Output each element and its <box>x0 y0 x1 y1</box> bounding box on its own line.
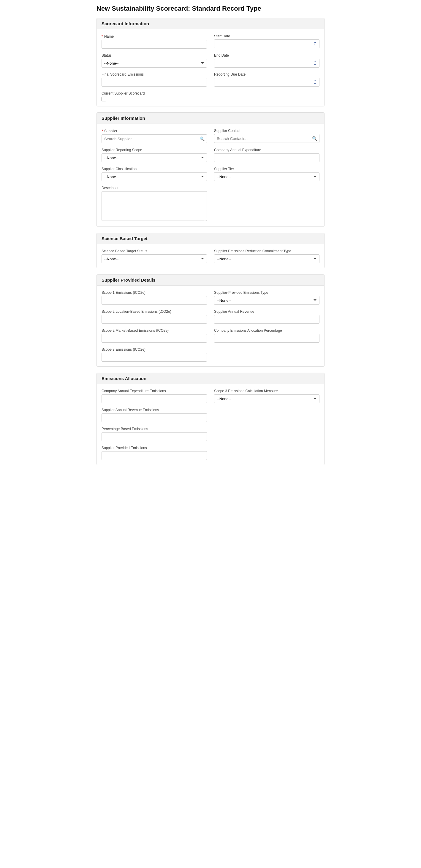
scope3-emissions-input[interactable] <box>102 353 207 362</box>
scope2-location-based-input[interactable] <box>102 315 207 324</box>
company-annual-expenditure-label: Company Annual Expenditure <box>214 148 319 152</box>
scope1-emissions-input[interactable] <box>102 296 207 305</box>
end-date-field-col: End Date 🗓 <box>214 53 319 68</box>
name-input[interactable] <box>102 40 207 49</box>
supplier-contact-search-wrapper: 🔍 <box>214 134 319 143</box>
supplier-provided-emissions-col: Supplier Provided Emissions <box>102 446 207 460</box>
description-row: Description <box>102 186 319 222</box>
science-based-target-header: Science Based Target <box>97 233 324 244</box>
company-annual-expenditure-col: Company Annual Expenditure <box>214 148 319 162</box>
status-select[interactable]: --None-- <box>102 59 207 68</box>
start-date-input[interactable] <box>214 39 319 48</box>
supplier-tier-col: Supplier Tier --None-- <box>214 167 319 181</box>
supplier-annual-revenue-label: Supplier Annual Revenue <box>214 309 319 314</box>
supplier-contact-search-input[interactable] <box>214 134 319 143</box>
classification-tier-row: Supplier Classification --None-- Supplie… <box>102 167 319 181</box>
company-annual-expenditure-emissions-input[interactable] <box>102 394 207 403</box>
supplier-provided-emissions-type-label: Supplier-Provided Emissions Type <box>214 290 319 295</box>
reporting-due-date-input[interactable] <box>214 78 319 87</box>
scope1-emissions-col: Scope 1 Emissions (tCO2e) <box>102 290 207 305</box>
current-supplier-scorecard-row: Current Supplier Scorecard <box>102 91 319 101</box>
supplier-revenue-emissions-row: Supplier Annual Revenue Emissions <box>102 408 319 422</box>
supplier-contact-label: Supplier Contact <box>214 129 319 133</box>
supplier-classification-select[interactable]: --None-- <box>102 172 207 181</box>
percentage-based-emissions-input[interactable] <box>102 432 207 441</box>
supplier-contact-row: * Supplier 🔍 Supplier Contact 🔍 <box>102 129 319 143</box>
scope2-location-based-col: Scope 2 Location-Based Emissions (tCO2e) <box>102 309 207 324</box>
sbt-commitment-type-label: Supplier Emissions Reduction Commitment … <box>214 249 319 253</box>
name-startdate-row: * Name Start Date 🗓 <box>102 34 319 49</box>
start-date-label: Start Date <box>214 34 319 38</box>
supplier-annual-revenue-emissions-col: Supplier Annual Revenue Emissions <box>102 408 207 422</box>
supplier-col: * Supplier 🔍 <box>102 129 207 143</box>
supplier-provided-emissions-type-col: Supplier-Provided Emissions Type --None-… <box>214 290 319 305</box>
percentage-based-emissions-label: Percentage Based Emissions <box>102 427 207 431</box>
scope3-emissions-label: Scope 3 Emissions (tCO2e) <box>102 347 207 351</box>
empty-col-5 <box>214 427 319 441</box>
scope2-market-based-label: Scope 2 Market-Based Emissions (tCO2e) <box>102 329 207 333</box>
sbt-commitment-type-col: Supplier Emissions Reduction Commitment … <box>214 249 319 263</box>
supplier-information-section: Supplier Information * Supplier 🔍 Suppli… <box>96 112 325 227</box>
name-label: * Name <box>102 34 207 38</box>
supplier-provided-emissions-type-select[interactable]: --None-- <box>214 296 319 305</box>
supplier-provided-emissions-row: Supplier Provided Emissions <box>102 446 319 460</box>
scope2-market-based-col: Scope 2 Market-Based Emissions (tCO2e) <box>102 329 207 343</box>
current-supplier-scorecard-label: Current Supplier Scorecard <box>102 91 207 95</box>
emissions-duedate-row: Final Scorecard Emissions Reporting Due … <box>102 72 319 87</box>
reporting-scope-expenditure-row: Supplier Reporting Scope --None-- Compan… <box>102 148 319 162</box>
scope3-emissions-col: Scope 3 Emissions (tCO2e) <box>102 347 207 362</box>
supplier-provided-details-header: Supplier Provided Details <box>97 275 324 286</box>
company-emissions-allocation-input[interactable] <box>214 334 319 343</box>
scope2-market-based-input[interactable] <box>102 334 207 343</box>
reporting-due-date-col: Reporting Due Date 🗓 <box>214 72 319 87</box>
supplier-annual-revenue-input[interactable] <box>214 315 319 324</box>
supplier-annual-revenue-emissions-input[interactable] <box>102 413 207 422</box>
page-title: New Sustainability Scorecard: Standard R… <box>96 5 325 12</box>
empty-col-2 <box>214 186 319 222</box>
scope3-calc-measure-col: Scope 3 Emissions Calculation Measure --… <box>214 389 319 403</box>
description-label: Description <box>102 186 207 190</box>
scorecard-information-header: Scorecard Information <box>97 18 324 29</box>
supplier-search-input[interactable] <box>102 134 207 143</box>
final-scorecard-emissions-col: Final Scorecard Emissions <box>102 72 207 87</box>
current-supplier-scorecard-checkbox[interactable] <box>102 97 106 101</box>
final-scorecard-emissions-label: Final Scorecard Emissions <box>102 72 207 76</box>
start-date-wrapper: 🗓 <box>214 39 319 48</box>
supplier-provided-emissions-input[interactable] <box>102 451 207 460</box>
scope2-market-allocation-row: Scope 2 Market-Based Emissions (tCO2e) C… <box>102 329 319 343</box>
supplier-required-star: * <box>102 129 103 133</box>
supplier-tier-label: Supplier Tier <box>214 167 319 171</box>
supplier-reporting-scope-col: Supplier Reporting Scope --None-- <box>102 148 207 162</box>
status-label: Status <box>102 53 207 58</box>
empty-col-3 <box>214 347 319 362</box>
supplier-provided-emissions-label: Supplier Provided Emissions <box>102 446 207 450</box>
description-textarea[interactable] <box>102 191 207 221</box>
current-supplier-scorecard-col: Current Supplier Scorecard <box>102 91 207 101</box>
supplier-label: * Supplier <box>102 129 207 133</box>
company-annual-expenditure-input[interactable] <box>214 153 319 162</box>
sbt-status-select[interactable]: --None-- <box>102 254 207 263</box>
supplier-reporting-scope-select[interactable]: --None-- <box>102 153 207 162</box>
scorecard-information-section: Scorecard Information * Name Start Date … <box>96 18 325 106</box>
supplier-contact-col: Supplier Contact 🔍 <box>214 129 319 143</box>
percentage-based-emissions-col: Percentage Based Emissions <box>102 427 207 441</box>
supplier-provided-details-section: Supplier Provided Details Scope 1 Emissi… <box>96 274 325 367</box>
expenditure-emissions-scope3-measure-row: Company Annual Expenditure Emissions Sco… <box>102 389 319 403</box>
scope1-emissions-label: Scope 1 Emissions (tCO2e) <box>102 290 207 295</box>
end-date-label: End Date <box>214 53 319 58</box>
reporting-due-date-label: Reporting Due Date <box>214 72 319 76</box>
name-field-col: * Name <box>102 34 207 49</box>
supplier-tier-select[interactable]: --None-- <box>214 172 319 181</box>
end-date-wrapper: 🗓 <box>214 59 319 68</box>
supplier-information-header: Supplier Information <box>97 113 324 124</box>
scope1-emissions-type-row: Scope 1 Emissions (tCO2e) Supplier-Provi… <box>102 290 319 305</box>
empty-col-4 <box>214 408 319 422</box>
end-date-input[interactable] <box>214 59 319 68</box>
name-required-star: * <box>102 34 103 38</box>
status-field-col: Status --None-- <box>102 53 207 68</box>
percentage-based-emissions-row: Percentage Based Emissions <box>102 427 319 441</box>
scope3-calc-measure-select[interactable]: --None-- <box>214 394 319 403</box>
final-scorecard-emissions-input[interactable] <box>102 78 207 87</box>
status-enddate-row: Status --None-- End Date 🗓 <box>102 53 319 68</box>
sbt-commitment-type-select[interactable]: --None-- <box>214 254 319 263</box>
